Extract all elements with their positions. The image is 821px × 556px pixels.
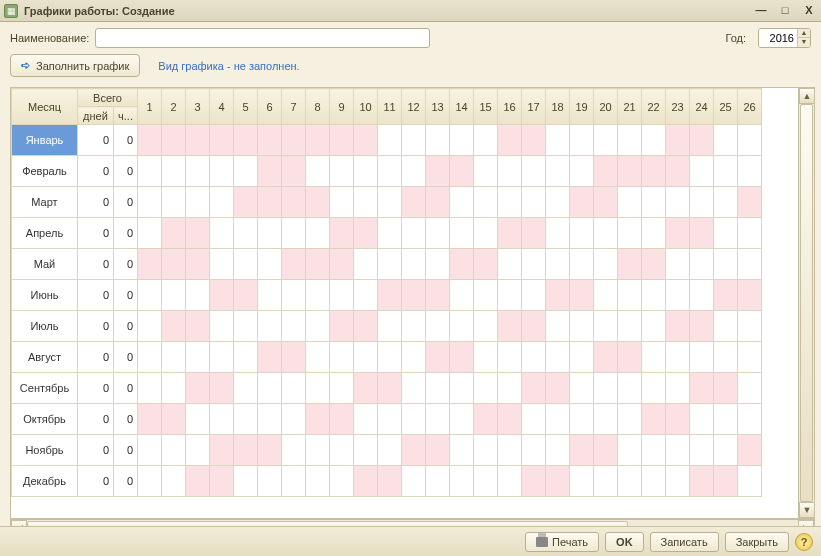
day-cell[interactable] bbox=[594, 156, 618, 187]
day-cell[interactable] bbox=[498, 249, 522, 280]
header-day-4[interactable]: 4 bbox=[210, 89, 234, 125]
day-cell[interactable] bbox=[234, 311, 258, 342]
day-cell[interactable] bbox=[426, 249, 450, 280]
day-cell[interactable] bbox=[570, 187, 594, 218]
day-cell[interactable] bbox=[546, 311, 570, 342]
day-cell[interactable] bbox=[738, 342, 762, 373]
day-cell[interactable] bbox=[450, 218, 474, 249]
hours-cell[interactable]: 0 bbox=[114, 280, 138, 311]
header-day-17[interactable]: 17 bbox=[522, 89, 546, 125]
day-cell[interactable] bbox=[570, 373, 594, 404]
day-cell[interactable] bbox=[258, 280, 282, 311]
header-day-5[interactable]: 5 bbox=[234, 89, 258, 125]
day-cell[interactable] bbox=[618, 373, 642, 404]
name-input[interactable] bbox=[95, 28, 430, 48]
table-row[interactable]: Март00 bbox=[12, 187, 762, 218]
day-cell[interactable] bbox=[498, 435, 522, 466]
day-cell[interactable] bbox=[474, 342, 498, 373]
day-cell[interactable] bbox=[690, 466, 714, 497]
day-cell[interactable] bbox=[498, 311, 522, 342]
year-up-button[interactable]: ▲ bbox=[798, 29, 810, 38]
day-cell[interactable] bbox=[666, 249, 690, 280]
days-cell[interactable]: 0 bbox=[78, 311, 114, 342]
day-cell[interactable] bbox=[666, 280, 690, 311]
day-cell[interactable] bbox=[234, 187, 258, 218]
day-cell[interactable] bbox=[498, 125, 522, 156]
day-cell[interactable] bbox=[282, 466, 306, 497]
day-cell[interactable] bbox=[258, 342, 282, 373]
day-cell[interactable] bbox=[642, 249, 666, 280]
day-cell[interactable] bbox=[330, 466, 354, 497]
month-cell[interactable]: Май bbox=[12, 249, 78, 280]
day-cell[interactable] bbox=[714, 218, 738, 249]
day-cell[interactable] bbox=[402, 466, 426, 497]
day-cell[interactable] bbox=[378, 218, 402, 249]
day-cell[interactable] bbox=[618, 404, 642, 435]
day-cell[interactable] bbox=[594, 342, 618, 373]
month-cell[interactable]: Июль bbox=[12, 311, 78, 342]
day-cell[interactable] bbox=[426, 187, 450, 218]
month-cell[interactable]: Апрель bbox=[12, 218, 78, 249]
day-cell[interactable] bbox=[354, 373, 378, 404]
day-cell[interactable] bbox=[546, 280, 570, 311]
header-day-16[interactable]: 16 bbox=[498, 89, 522, 125]
header-day-22[interactable]: 22 bbox=[642, 89, 666, 125]
day-cell[interactable] bbox=[354, 218, 378, 249]
day-cell[interactable] bbox=[426, 125, 450, 156]
day-cell[interactable] bbox=[210, 311, 234, 342]
day-cell[interactable] bbox=[210, 466, 234, 497]
day-cell[interactable] bbox=[210, 218, 234, 249]
table-row[interactable]: Январь00 bbox=[12, 125, 762, 156]
day-cell[interactable] bbox=[306, 280, 330, 311]
help-button[interactable]: ? bbox=[795, 533, 813, 551]
day-cell[interactable] bbox=[570, 218, 594, 249]
table-row[interactable]: Ноябрь00 bbox=[12, 435, 762, 466]
day-cell[interactable] bbox=[498, 373, 522, 404]
day-cell[interactable] bbox=[714, 404, 738, 435]
day-cell[interactable] bbox=[234, 373, 258, 404]
day-cell[interactable] bbox=[666, 311, 690, 342]
day-cell[interactable] bbox=[498, 218, 522, 249]
day-cell[interactable] bbox=[306, 311, 330, 342]
header-day-19[interactable]: 19 bbox=[570, 89, 594, 125]
day-cell[interactable] bbox=[210, 373, 234, 404]
table-row[interactable]: Сентябрь00 bbox=[12, 373, 762, 404]
day-cell[interactable] bbox=[258, 311, 282, 342]
day-cell[interactable] bbox=[306, 373, 330, 404]
day-cell[interactable] bbox=[546, 187, 570, 218]
day-cell[interactable] bbox=[570, 404, 594, 435]
day-cell[interactable] bbox=[354, 280, 378, 311]
day-cell[interactable] bbox=[450, 342, 474, 373]
day-cell[interactable] bbox=[474, 218, 498, 249]
header-day-24[interactable]: 24 bbox=[690, 89, 714, 125]
day-cell[interactable] bbox=[330, 404, 354, 435]
header-day-7[interactable]: 7 bbox=[282, 89, 306, 125]
day-cell[interactable] bbox=[738, 466, 762, 497]
day-cell[interactable] bbox=[258, 249, 282, 280]
day-cell[interactable] bbox=[522, 342, 546, 373]
day-cell[interactable] bbox=[402, 125, 426, 156]
hours-cell[interactable]: 0 bbox=[114, 156, 138, 187]
month-cell[interactable]: Август bbox=[12, 342, 78, 373]
day-cell[interactable] bbox=[234, 466, 258, 497]
day-cell[interactable] bbox=[162, 311, 186, 342]
day-cell[interactable] bbox=[258, 218, 282, 249]
day-cell[interactable] bbox=[378, 404, 402, 435]
day-cell[interactable] bbox=[522, 218, 546, 249]
header-hours[interactable]: ч... bbox=[114, 107, 138, 125]
day-cell[interactable] bbox=[330, 435, 354, 466]
day-cell[interactable] bbox=[162, 280, 186, 311]
day-cell[interactable] bbox=[234, 280, 258, 311]
day-cell[interactable] bbox=[546, 373, 570, 404]
day-cell[interactable] bbox=[570, 311, 594, 342]
day-cell[interactable] bbox=[522, 435, 546, 466]
day-cell[interactable] bbox=[594, 466, 618, 497]
days-cell[interactable]: 0 bbox=[78, 125, 114, 156]
day-cell[interactable] bbox=[618, 187, 642, 218]
day-cell[interactable] bbox=[738, 218, 762, 249]
day-cell[interactable] bbox=[426, 342, 450, 373]
day-cell[interactable] bbox=[546, 156, 570, 187]
day-cell[interactable] bbox=[354, 156, 378, 187]
table-row[interactable]: Август00 bbox=[12, 342, 762, 373]
day-cell[interactable] bbox=[546, 125, 570, 156]
